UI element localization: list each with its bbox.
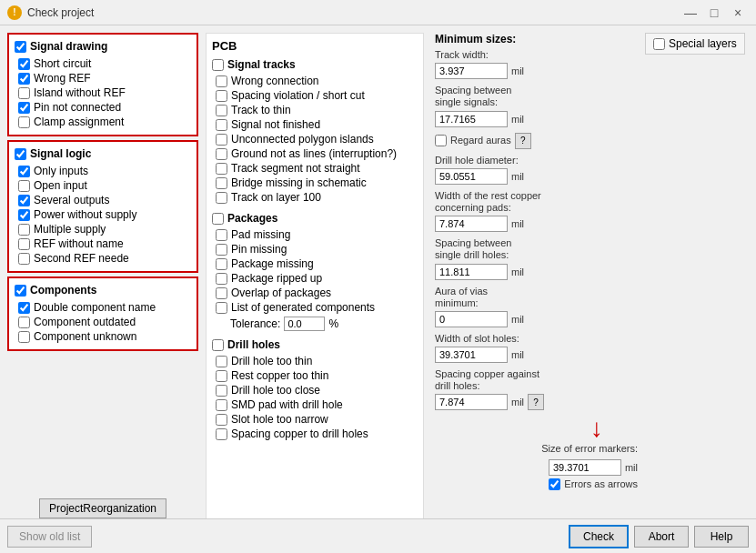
pcb-panel: PCB Signal tracks Wrong connection Spaci…	[206, 33, 424, 546]
pin-not-connected-checkbox[interactable]	[18, 102, 30, 114]
track-width-input[interactable]	[435, 63, 508, 79]
signal-tracks-section: Signal tracks Wrong connection Spacing v…	[212, 58, 418, 205]
double-component-checkbox[interactable]	[18, 302, 30, 314]
clamp-assignment-label: Clamp assignment	[34, 116, 124, 128]
packages-checkbox[interactable]	[212, 213, 224, 225]
spacing-violation-cb[interactable]	[216, 90, 227, 102]
component-outdated-checkbox[interactable]	[18, 317, 30, 328]
check-button[interactable]: Check	[569, 525, 629, 548]
packages-label: Packages	[227, 212, 277, 225]
unconnected-polygon-cb[interactable]	[216, 134, 227, 146]
maximize-button[interactable]: □	[703, 4, 725, 22]
spacing-signals-input[interactable]	[435, 111, 508, 127]
spacing-copper-help-btn[interactable]: ?	[528, 394, 544, 410]
drill-diam-label: Drill hole diameter:	[435, 155, 638, 166]
rest-copper-input[interactable]	[435, 216, 508, 232]
signal-drawing-checkbox[interactable]	[15, 41, 26, 53]
list-generated-cb[interactable]	[216, 302, 227, 314]
ref-without-name-checkbox[interactable]	[18, 238, 30, 250]
drill-diam-unit: mil	[511, 171, 524, 182]
overlap-packages-cb[interactable]	[216, 287, 227, 299]
close-button[interactable]: ×	[727, 4, 749, 22]
drill-diam-input[interactable]	[435, 168, 508, 185]
second-ref-checkbox[interactable]	[18, 253, 30, 265]
component-unknown-label: Component unknown	[34, 330, 136, 343]
clamp-assignment-checkbox[interactable]	[18, 116, 30, 128]
slot-hole-narrow-cb[interactable]	[216, 414, 227, 426]
drill-holes-label: Drill holes	[227, 338, 280, 351]
signal-not-finished-cb[interactable]	[216, 119, 227, 131]
bridge-missing-cb[interactable]	[216, 177, 227, 189]
short-circuit-item: Short circuit	[15, 56, 191, 71]
left-panel: Signal drawing Short circuit Wrong REF I…	[7, 33, 198, 546]
pcb-header: PCB	[212, 39, 418, 53]
spacing-copper-drill-label: Spacing copper againstdrill holes:	[435, 368, 638, 392]
track-on-layer-cb[interactable]	[216, 192, 227, 204]
pad-missing-cb[interactable]	[216, 229, 227, 241]
drill-holes-checkbox[interactable]	[212, 339, 224, 351]
error-markers-input[interactable]	[549, 459, 621, 476]
several-outputs-label: Several outputs	[34, 194, 109, 206]
project-reorg-button[interactable]: ProjectReorganization	[39, 498, 166, 518]
island-without-ref-label: Island without REF	[34, 86, 126, 99]
island-without-ref-checkbox[interactable]	[18, 87, 30, 99]
regard-auras-label: Regard auras	[450, 135, 511, 146]
pin-missing-cb[interactable]	[216, 244, 227, 256]
app-icon: !	[7, 5, 22, 20]
spacing-drill-input[interactable]	[435, 264, 508, 280]
only-inputs-label: Only inputs	[34, 165, 88, 177]
ground-not-lines-cb[interactable]	[216, 148, 227, 160]
short-circuit-checkbox[interactable]	[18, 58, 30, 70]
aura-vias-input[interactable]	[435, 311, 508, 327]
package-missing-cb[interactable]	[216, 258, 227, 270]
power-without-supply-label: Power without supply	[34, 208, 136, 221]
slot-holes-label: Width of slot holes:	[435, 333, 638, 345]
signal-drawing-section: Signal drawing Short circuit Wrong REF I…	[7, 33, 198, 136]
spacing-signals-unit: mil	[511, 114, 524, 125]
multiple-supply-checkbox[interactable]	[18, 224, 30, 236]
title-text: Check project	[27, 6, 94, 19]
minimize-button[interactable]: —	[680, 4, 701, 22]
component-outdated-label: Component outdated	[34, 316, 136, 328]
wrong-ref-checkbox[interactable]	[18, 73, 30, 85]
only-inputs-checkbox[interactable]	[18, 166, 30, 177]
power-without-supply-checkbox[interactable]	[18, 209, 30, 221]
rest-copper-unit: mil	[511, 218, 524, 229]
slot-holes-unit: mil	[511, 349, 524, 360]
rest-copper-label: Width of the rest copperconcerning pads:	[435, 190, 638, 214]
package-ripped-cb[interactable]	[216, 273, 227, 285]
signal-logic-checkbox[interactable]	[15, 148, 26, 160]
help-button[interactable]: Help	[694, 526, 749, 548]
slot-holes-input[interactable]	[435, 347, 508, 363]
wrong-connection-cb[interactable]	[216, 75, 227, 87]
signal-tracks-label: Signal tracks	[227, 58, 296, 71]
component-unknown-checkbox[interactable]	[18, 331, 30, 343]
tolerance-input[interactable]	[284, 317, 325, 331]
drill-hole-close-cb[interactable]	[216, 385, 227, 397]
smd-pad-drill-cb[interactable]	[216, 399, 227, 411]
title-bar: ! Check project — □ ×	[0, 0, 756, 25]
regard-auras-checkbox[interactable]	[435, 135, 447, 146]
open-input-checkbox[interactable]	[18, 180, 30, 192]
tolerance-label: Tolerance:	[230, 317, 280, 330]
components-checkbox[interactable]	[15, 285, 26, 297]
special-layers-checkbox[interactable]	[653, 38, 665, 50]
aura-vias-label: Aura of viasminimum:	[435, 286, 638, 309]
regard-auras-help-btn[interactable]: ?	[515, 133, 531, 149]
errors-as-arrows-checkbox[interactable]	[549, 478, 560, 490]
red-arrow: ↓	[556, 416, 638, 441]
track-width-unit: mil	[511, 65, 524, 76]
spacing-copper-drill-input[interactable]	[435, 394, 508, 410]
abort-button[interactable]: Abort	[634, 526, 689, 548]
signal-tracks-checkbox[interactable]	[212, 59, 224, 71]
track-to-thin-cb[interactable]	[216, 105, 227, 116]
spacing-copper-drill-cb[interactable]	[216, 428, 227, 440]
spacing-copper-unit: mil	[511, 397, 524, 407]
show-old-list-button[interactable]: Show old list	[7, 526, 92, 548]
several-outputs-checkbox[interactable]	[18, 195, 30, 206]
spacing-drill-unit: mil	[511, 266, 524, 277]
rest-copper-thin-cb[interactable]	[216, 370, 227, 382]
multiple-supply-label: Multiple supply	[34, 223, 106, 236]
track-segment-cb[interactable]	[216, 163, 227, 175]
drill-hole-thin-cb[interactable]	[216, 356, 227, 367]
